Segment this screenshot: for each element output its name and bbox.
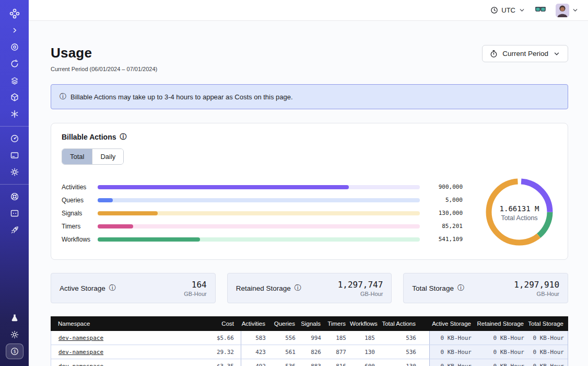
period-selector-button[interactable]: Current Period bbox=[482, 45, 568, 62]
total-actions-cell: 536 bbox=[379, 331, 429, 345]
activities-cell: 583 bbox=[241, 331, 270, 345]
table-row: dev-namespace 29.32 423 561 826 877 130 … bbox=[51, 345, 568, 359]
getting-started-rocket-icon[interactable] bbox=[6, 222, 23, 238]
namespace-cell: dev-namespace bbox=[51, 345, 197, 359]
info-banner: ⓘ Billable Actions may take up to 3-4 ho… bbox=[51, 84, 568, 109]
bar-category-label: Queries bbox=[62, 197, 98, 204]
info-icon[interactable]: ⓘ bbox=[120, 132, 127, 142]
workflows-cell: 600 bbox=[350, 359, 379, 366]
column-header-activities[interactable]: Activities bbox=[241, 321, 269, 327]
table-row: dev-namespace $5.66 583 556 994 185 185 … bbox=[51, 331, 568, 345]
sidebar-expand-icon[interactable] bbox=[6, 22, 23, 38]
billable-bar-chart: Activities 900,000 Queries 5,000 Signals… bbox=[62, 180, 463, 246]
usage-gauge-icon[interactable] bbox=[6, 131, 23, 146]
chevron-down-icon bbox=[553, 50, 560, 58]
goggles-icon[interactable] bbox=[535, 5, 546, 15]
bar-value: 541,109 bbox=[426, 236, 463, 243]
billable-bar-row: Workflows 541,109 bbox=[62, 233, 463, 246]
avatar bbox=[556, 4, 569, 17]
clock-icon bbox=[490, 6, 498, 14]
bar-fill bbox=[98, 224, 133, 228]
column-header-namespace[interactable]: Namespace bbox=[51, 321, 197, 327]
storage-card-label: Retained Storage bbox=[236, 284, 291, 292]
namespace-link[interactable]: dev-namespace bbox=[58, 335, 103, 341]
tab-total[interactable]: Total bbox=[62, 149, 92, 164]
cost-cell: $5.66 bbox=[197, 331, 241, 345]
donut-center-label: Total Actions bbox=[501, 214, 537, 222]
info-icon[interactable]: ⓘ bbox=[109, 283, 116, 293]
billable-bar-row: Queries 5,000 bbox=[62, 193, 463, 207]
namespace-cell: dev-namespace bbox=[51, 359, 197, 366]
total-actions-cell: 130 bbox=[379, 359, 429, 366]
bar-category-label: Workflows bbox=[62, 236, 98, 243]
settings-gear-icon[interactable] bbox=[6, 164, 23, 180]
namespace-link[interactable]: dev-namespace bbox=[58, 363, 103, 366]
stopwatch-icon bbox=[490, 50, 498, 58]
signals-cell: 826 bbox=[300, 345, 325, 359]
billable-view-toggle: Total Daily bbox=[62, 148, 124, 165]
tab-daily[interactable]: Daily bbox=[92, 149, 123, 164]
timezone-selector[interactable]: UTC bbox=[490, 6, 525, 14]
billing-card-icon[interactable] bbox=[6, 147, 23, 163]
billable-bar-row: Signals 130,000 bbox=[62, 207, 463, 220]
workflows-cell: 130 bbox=[350, 345, 379, 359]
temporal-logo-icon[interactable] bbox=[6, 6, 23, 21]
bar-track bbox=[98, 224, 420, 228]
namespace-usage-table: Namespace Cost Activities Queries Signal… bbox=[51, 316, 568, 366]
period-selector-label: Current Period bbox=[502, 50, 548, 58]
banner-text: Billable Actions may take up to 3-4 hour… bbox=[70, 93, 293, 101]
support-lifebuoy-icon[interactable] bbox=[6, 189, 23, 204]
labs-flask-icon[interactable] bbox=[6, 310, 23, 326]
schedules-icon[interactable] bbox=[6, 56, 23, 72]
total-storage-cell: 0 KB-Hour bbox=[527, 345, 568, 359]
activities-cell: 423 bbox=[241, 345, 270, 359]
info-icon[interactable]: ⓘ bbox=[295, 283, 301, 293]
namespace-link[interactable]: dev-namespace bbox=[58, 349, 103, 356]
column-header-queries[interactable]: Queries bbox=[269, 321, 299, 327]
column-header-total-storage[interactable]: Total Storage bbox=[526, 321, 567, 327]
billable-actions-card: Billable Actions ⓘ Total Daily Activitie… bbox=[51, 123, 568, 260]
chevron-down-icon bbox=[572, 7, 579, 14]
deployments-cube-icon[interactable] bbox=[6, 89, 23, 105]
namespace-cell: dev-namespace bbox=[51, 331, 197, 345]
billable-bar-row: Activities 900,000 bbox=[62, 180, 463, 193]
user-menu[interactable] bbox=[556, 4, 579, 17]
cost-cell: $3.35 bbox=[197, 359, 241, 366]
retained-storage-card: Retained Storageⓘ 1,297,747GB-Hour bbox=[227, 273, 392, 303]
terminal-icon[interactable] bbox=[6, 205, 23, 221]
storage-card-unit: GB-Hour bbox=[184, 291, 206, 297]
usage-billing-coin-icon[interactable]: $ bbox=[6, 344, 23, 359]
chevron-down-icon bbox=[519, 7, 525, 14]
cost-cell: 29.32 bbox=[197, 345, 241, 359]
total-actions-donut: 1.66131 M Total Actions bbox=[481, 174, 557, 252]
column-header-total-actions[interactable]: Total Actions bbox=[379, 321, 429, 327]
storage-card-unit: GB-Hour bbox=[514, 291, 559, 297]
sidebar: $ bbox=[0, 0, 29, 366]
bar-fill bbox=[98, 185, 349, 189]
storage-card-value: 1,297,747 bbox=[338, 280, 383, 290]
column-header-retained-storage[interactable]: Retained Storage bbox=[474, 321, 526, 327]
info-icon: ⓘ bbox=[60, 92, 66, 101]
nexus-asterisk-icon[interactable] bbox=[6, 106, 23, 122]
namespaces-icon[interactable] bbox=[6, 39, 23, 55]
column-header-cost[interactable]: Cost bbox=[197, 321, 241, 327]
activities-cell: 492 bbox=[241, 359, 270, 366]
bar-track bbox=[98, 211, 420, 215]
column-header-signals[interactable]: Signals bbox=[299, 321, 325, 327]
usage-page: $ UTC Usage Curren bbox=[0, 0, 588, 366]
theme-sun-icon[interactable] bbox=[6, 327, 23, 342]
svg-text:$: $ bbox=[13, 349, 16, 354]
bar-fill bbox=[98, 211, 158, 215]
bar-category-label: Timers bbox=[62, 223, 98, 230]
column-header-active-storage[interactable]: Active Storage bbox=[429, 321, 474, 327]
queries-cell: 561 bbox=[270, 345, 300, 359]
total-storage-cell: 0 KB-Hour bbox=[527, 331, 568, 345]
bar-value: 900,000 bbox=[426, 184, 463, 190]
column-header-timers[interactable]: Timers bbox=[325, 321, 350, 327]
signals-cell: 883 bbox=[300, 359, 325, 366]
main-area: UTC Usage Current Period (06/01/2024 – 0… bbox=[29, 0, 588, 366]
column-header-workflows[interactable]: Workflows bbox=[350, 321, 379, 327]
page-title: Usage bbox=[51, 45, 157, 61]
layers-icon[interactable] bbox=[6, 73, 23, 88]
info-icon[interactable]: ⓘ bbox=[457, 283, 464, 293]
